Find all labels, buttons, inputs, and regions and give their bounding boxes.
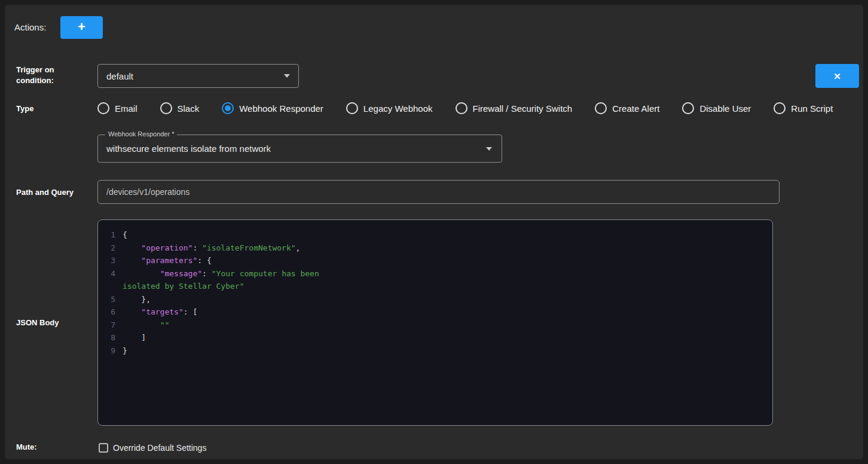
code-line: 4 "message": "Your computer has been <box>105 267 765 280</box>
webhook-responder-value: withsecure elements isolate from network <box>106 144 271 154</box>
path-query-input[interactable]: /devices/v1/operations <box>97 180 780 204</box>
code-text: "targets": [ <box>123 306 197 319</box>
radio-label: Slack <box>178 103 200 114</box>
line-number: 1 <box>105 228 115 242</box>
radio-icon[interactable] <box>682 102 694 114</box>
line-number <box>105 280 115 293</box>
webhook-responder-select[interactable]: Webhook Responder * withsecure elements … <box>97 135 502 163</box>
line-number: 5 <box>105 293 115 306</box>
line-number: 3 <box>105 254 115 267</box>
json-body-editor[interactable]: 1{2 "operation": "isolateFromNetwork",3 … <box>97 219 773 426</box>
code-line: 5 }, <box>105 293 765 306</box>
json-body-label: JSON Body <box>16 318 59 327</box>
radio-option-legacy-webhook[interactable]: Legacy Webhook <box>346 102 433 114</box>
remove-action-button[interactable]: ✕ <box>815 64 859 88</box>
line-number: 6 <box>105 306 115 319</box>
radio-option-disable-user[interactable]: Disable User <box>682 102 751 114</box>
plus-icon: + <box>78 20 85 33</box>
radio-label: Run Script <box>791 103 833 114</box>
radio-icon[interactable] <box>97 102 109 114</box>
code-text: "operation": "isolateFromNetwork", <box>123 242 300 255</box>
code-text: "parameters": { <box>123 254 212 267</box>
code-line: 7 "" <box>105 319 765 332</box>
chevron-down-icon <box>284 74 290 78</box>
radio-option-webhook-responder[interactable]: Webhook Responder <box>222 102 323 114</box>
radio-label: Disable User <box>699 103 751 114</box>
mute-label: Mute: <box>16 442 37 451</box>
radio-option-email[interactable]: Email <box>97 102 137 114</box>
type-radio-group: EmailSlackWebhook ResponderLegacy Webhoo… <box>97 102 833 115</box>
radio-icon[interactable] <box>346 102 358 114</box>
radio-label: Create Alert <box>612 103 659 114</box>
radio-icon[interactable] <box>774 102 786 114</box>
radio-option-firewall-security-switch[interactable]: Firewall / Security Switch <box>456 102 573 114</box>
code-line: 6 "targets": [ <box>105 306 765 319</box>
radio-label: Legacy Webhook <box>363 103 433 114</box>
code-line: 8 ] <box>105 331 765 344</box>
code-text: "" <box>123 319 169 332</box>
line-number: 9 <box>105 344 115 358</box>
add-action-button[interactable]: + <box>60 16 103 39</box>
path-query-value: /devices/v1/operations <box>106 187 190 197</box>
code-line: 3 "parameters": { <box>105 254 765 267</box>
code-text: { <box>123 228 127 242</box>
action-config-panel: Actions: + Trigger on condition: default… <box>5 5 863 459</box>
line-number: 2 <box>105 242 115 255</box>
trigger-condition-label: Trigger on condition: <box>16 65 66 86</box>
radio-icon[interactable] <box>456 102 467 114</box>
code-text: "message": "Your computer has been <box>123 267 319 280</box>
webhook-responder-label: Webhook Responder * <box>105 130 177 138</box>
radio-icon[interactable] <box>160 102 172 114</box>
radio-option-run-script[interactable]: Run Script <box>774 102 833 114</box>
radio-option-slack[interactable]: Slack <box>160 102 200 114</box>
radio-option-create-alert[interactable]: Create Alert <box>595 102 659 114</box>
code-line: 1{ <box>105 228 765 242</box>
trigger-condition-value: default <box>106 71 133 81</box>
type-label: Type <box>16 104 33 113</box>
radio-label: Webhook Responder <box>239 103 323 114</box>
code-line: isolated by Stellar Cyber" <box>105 280 765 293</box>
radio-label: Firewall / Security Switch <box>473 103 573 114</box>
radio-label: Email <box>115 103 137 114</box>
actions-label: Actions: <box>14 22 46 32</box>
close-icon: ✕ <box>833 72 841 81</box>
code-text: ] <box>123 331 146 344</box>
line-number: 8 <box>105 331 115 344</box>
code-text: isolated by Stellar Cyber" <box>123 280 244 293</box>
radio-icon[interactable] <box>595 102 607 114</box>
line-number: 4 <box>105 267 115 280</box>
code-line: 2 "operation": "isolateFromNetwork", <box>105 242 765 255</box>
override-default-settings-checkbox[interactable] <box>99 443 108 453</box>
line-number: 7 <box>105 319 115 332</box>
override-default-settings-label: Override Default Settings <box>113 443 206 453</box>
trigger-condition-select[interactable]: default <box>97 64 299 88</box>
radio-selected-icon[interactable] <box>222 102 234 114</box>
path-query-label: Path and Query <box>16 188 74 197</box>
code-line: 9} <box>105 344 765 358</box>
code-text: }, <box>123 293 151 306</box>
chevron-down-icon <box>486 147 492 151</box>
code-text: } <box>123 344 127 358</box>
